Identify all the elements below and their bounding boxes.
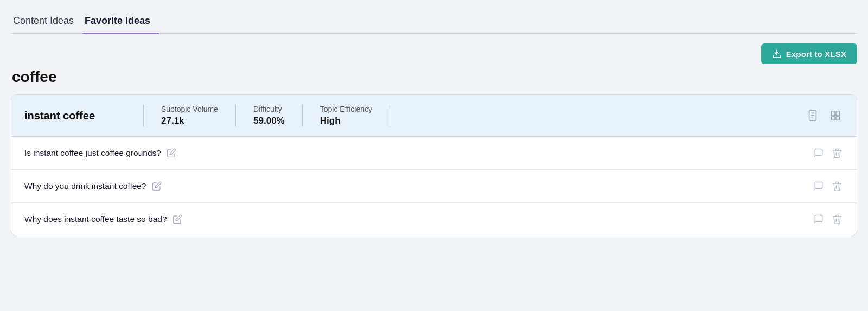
question-flag-button-2[interactable] [812,180,825,193]
svg-rect-4 [832,111,835,116]
difficulty-value: 59.00% [253,116,285,126]
subtopic-volume-label: Subtopic Volume [161,105,218,113]
tab-content-ideas[interactable]: Content Ideas [11,10,82,33]
svg-rect-8 [815,149,822,156]
topic-efficiency-label: Topic Efficiency [320,105,372,113]
topic-header-row: instant coffee Subtopic Volume 27.1k Dif… [11,95,857,137]
svg-rect-5 [836,111,839,116]
question-text-3: Why does instant coffee taste so bad? [24,214,807,224]
question-flag-button-1[interactable] [812,147,825,160]
question-delete-button-3[interactable] [831,213,844,226]
question-actions-1 [812,147,844,160]
edit-icon-2[interactable] [152,181,162,191]
flag-icon [813,181,824,192]
svg-rect-7 [836,117,839,120]
page-container: Content Ideas Favorite Ideas Export to X… [0,0,868,247]
trash-icon [832,214,843,225]
export-icon [772,49,782,59]
question-actions-2 [812,180,844,193]
trash-icon [832,181,843,192]
question-flag-button-3[interactable] [812,213,825,226]
question-delete-button-2[interactable] [831,180,844,193]
trash-icon [832,148,843,158]
svg-rect-0 [809,111,816,120]
section-heading: coffee [11,68,857,86]
topic-bookmark-button[interactable] [827,107,844,124]
question-row: Why does instant coffee taste so bad? [11,203,857,236]
question-text-2: Why do you drink instant coffee? [24,181,807,191]
tabs-bar: Content Ideas Favorite Ideas [11,0,857,34]
question-row: Why do you drink instant coffee? [11,170,857,203]
svg-rect-12 [815,215,822,222]
question-row: Is instant coffee just coffee grounds? [11,137,857,170]
question-delete-button-1[interactable] [831,147,844,160]
topic-document-button[interactable] [805,107,821,124]
document-icon [807,110,819,122]
flag-icon [813,214,824,225]
main-card: instant coffee Subtopic Volume 27.1k Dif… [11,94,857,236]
edit-icon-1[interactable] [167,148,176,158]
metric-difficulty: Difficulty 59.00% [236,105,303,126]
topic-efficiency-value: High [320,116,372,126]
topic-name: instant coffee [24,105,144,126]
tab-favorite-ideas[interactable]: Favorite Ideas [82,10,159,33]
svg-rect-10 [815,182,822,189]
question-actions-3 [812,213,844,226]
bookmark-icon [829,110,841,122]
difficulty-label: Difficulty [253,105,285,113]
metric-topic-efficiency: Topic Efficiency High [303,105,390,126]
metric-subtopic-volume: Subtopic Volume 27.1k [144,105,236,126]
export-button[interactable]: Export to XLSX [761,43,857,64]
flag-icon [813,148,824,158]
svg-rect-6 [832,117,835,120]
topic-actions [805,105,844,126]
toolbar-row: Export to XLSX [11,34,857,68]
question-text-1: Is instant coffee just coffee grounds? [24,148,807,158]
subtopic-volume-value: 27.1k [161,116,218,126]
edit-icon-3[interactable] [173,214,182,224]
